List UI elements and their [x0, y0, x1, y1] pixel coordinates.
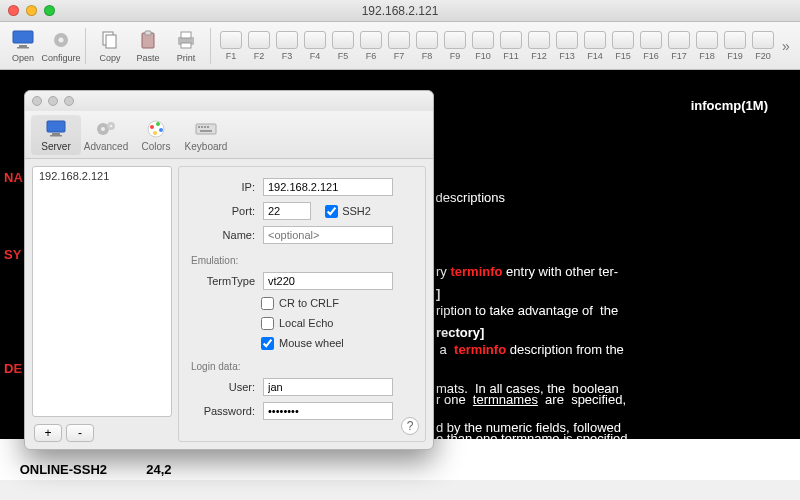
fkey-label: F20 [755, 51, 771, 61]
tab-advanced-label: Advanced [84, 141, 128, 152]
dialog-close[interactable] [32, 96, 42, 106]
svg-rect-28 [207, 126, 209, 128]
keyboard-icon [195, 118, 217, 140]
svg-rect-27 [204, 126, 206, 128]
add-host-button[interactable]: + [34, 424, 62, 442]
configure-button[interactable]: Configure [44, 24, 78, 68]
host-list[interactable]: 192.168.2.121 [32, 166, 172, 417]
port-label: Port: [189, 205, 255, 217]
fkey-icon [472, 31, 494, 49]
host-list-controls: + - [34, 424, 172, 442]
connection-dialog: Server Advanced Colors Keyboard 192.168.… [24, 90, 434, 450]
section-synopsis: SY [4, 247, 21, 262]
fkey-f19[interactable]: F19 [722, 31, 748, 61]
help-button[interactable]: ? [401, 417, 419, 435]
fkey-icon [332, 31, 354, 49]
port-field[interactable] [263, 202, 311, 220]
fkey-f14[interactable]: F14 [582, 31, 608, 61]
fkey-icon [500, 31, 522, 49]
svg-rect-11 [181, 43, 191, 48]
svg-point-23 [153, 131, 157, 135]
ip-field[interactable] [263, 178, 393, 196]
fkey-icon [528, 31, 550, 49]
svg-rect-1 [19, 45, 27, 47]
fkey-f3[interactable]: F3 [274, 31, 300, 61]
fkey-f18[interactable]: F18 [694, 31, 720, 61]
fkey-icon [752, 31, 774, 49]
fkey-f11[interactable]: F11 [498, 31, 524, 61]
toolbar-overflow[interactable]: » [782, 38, 790, 54]
fkey-label: F14 [587, 51, 603, 61]
emulation-section-label: Emulation: [191, 255, 415, 266]
fkey-f16[interactable]: F16 [638, 31, 664, 61]
tab-server-label: Server [41, 141, 70, 152]
open-button[interactable]: Open [6, 24, 40, 68]
status-mode: ONLINE-SSH2 [20, 462, 107, 477]
fkey-f6[interactable]: F6 [358, 31, 384, 61]
fkey-label: F1 [226, 51, 237, 61]
fkey-label: F11 [503, 51, 519, 61]
fkey-label: F4 [310, 51, 321, 61]
fkey-f4[interactable]: F4 [302, 31, 328, 61]
termtype-field[interactable] [263, 272, 393, 290]
svg-rect-8 [145, 31, 151, 35]
svg-rect-24 [196, 124, 216, 134]
fkey-label: F2 [254, 51, 265, 61]
section-description: DE [4, 361, 22, 376]
tab-advanced[interactable]: Advanced [81, 115, 131, 155]
fkey-icon [248, 31, 270, 49]
password-label: Password: [189, 405, 255, 417]
fkey-f20[interactable]: F20 [750, 31, 776, 61]
svg-point-4 [59, 38, 64, 43]
fkey-f15[interactable]: F15 [610, 31, 636, 61]
fkey-f2[interactable]: F2 [246, 31, 272, 61]
svg-rect-26 [201, 126, 203, 128]
svg-rect-6 [106, 35, 116, 48]
mouse-wheel-checkbox[interactable] [261, 337, 274, 350]
local-echo-label: Local Echo [279, 317, 333, 329]
ssh2-checkbox[interactable] [325, 205, 338, 218]
fkey-f17[interactable]: F17 [666, 31, 692, 61]
fkey-f5[interactable]: F5 [330, 31, 356, 61]
local-echo-checkbox[interactable] [261, 317, 274, 330]
gear-icon [49, 28, 73, 52]
mouse-wheel-label: Mouse wheel [279, 337, 344, 349]
remove-host-button[interactable]: - [66, 424, 94, 442]
print-button[interactable]: Print [169, 24, 203, 68]
dialog-tabs: Server Advanced Colors Keyboard [25, 111, 433, 159]
fkey-icon [584, 31, 606, 49]
dialog-zoom[interactable] [64, 96, 74, 106]
fkey-f12[interactable]: F12 [526, 31, 552, 61]
fkey-f1[interactable]: F1 [218, 31, 244, 61]
fkey-f13[interactable]: F13 [554, 31, 580, 61]
svg-rect-25 [198, 126, 200, 128]
host-list-item[interactable]: 192.168.2.121 [33, 167, 171, 185]
user-label: User: [189, 381, 255, 393]
status-cursor-pos: 24,2 [146, 462, 171, 477]
name-field[interactable] [263, 226, 393, 244]
fkey-label: F16 [643, 51, 659, 61]
tab-keyboard[interactable]: Keyboard [181, 115, 231, 155]
cr-to-crlf-checkbox[interactable] [261, 297, 274, 310]
user-field[interactable] [263, 378, 393, 396]
tab-server[interactable]: Server [31, 115, 81, 155]
fkey-f9[interactable]: F9 [442, 31, 468, 61]
password-field[interactable] [263, 402, 393, 420]
printer-icon [174, 28, 198, 52]
tab-colors[interactable]: Colors [131, 115, 181, 155]
fkey-f10[interactable]: F10 [470, 31, 496, 61]
fkey-label: F3 [282, 51, 293, 61]
function-keys: F1F2F3F4F5F6F7F8F9F10F11F12F13F14F15F16F… [218, 31, 776, 61]
fkey-label: F8 [422, 51, 433, 61]
svg-point-21 [156, 122, 160, 126]
svg-rect-0 [13, 31, 33, 43]
palette-icon [145, 118, 167, 140]
paste-button[interactable]: Paste [131, 24, 165, 68]
fkey-f8[interactable]: F8 [414, 31, 440, 61]
copy-button[interactable]: Copy [93, 24, 127, 68]
fkey-label: F12 [531, 51, 547, 61]
name-desc-fragment: descriptions [432, 188, 505, 208]
fkey-f7[interactable]: F7 [386, 31, 412, 61]
dialog-minimize[interactable] [48, 96, 58, 106]
fkey-label: F18 [699, 51, 715, 61]
